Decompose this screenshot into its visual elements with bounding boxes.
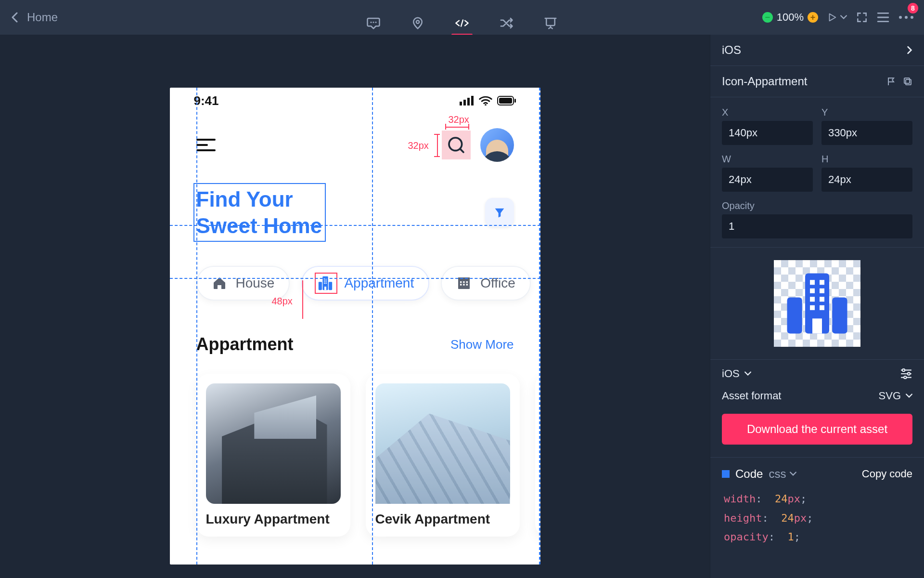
svg-rect-14 xyxy=(471,96,474,105)
zoom-in-button[interactable]: + xyxy=(808,12,818,23)
y-field[interactable]: 330px xyxy=(821,121,912,145)
breadcrumb[interactable]: Home xyxy=(27,11,58,24)
h-field[interactable]: 24px xyxy=(821,168,912,192)
avatar[interactable] xyxy=(480,128,514,162)
card-title: Luxury Appartment xyxy=(206,504,341,527)
svg-rect-31 xyxy=(458,277,470,279)
shuffle-icon[interactable] xyxy=(499,12,514,35)
show-more-link[interactable]: Show More xyxy=(450,337,514,352)
copy-icon[interactable] xyxy=(903,77,912,86)
section-title: Appartment xyxy=(196,334,294,355)
svg-rect-29 xyxy=(324,287,326,290)
svg-rect-11 xyxy=(460,102,462,105)
page-title[interactable]: Find Your Sweet Home xyxy=(196,186,322,239)
code-view-icon[interactable] xyxy=(454,12,470,35)
listing-card[interactable]: Cevik Appartment xyxy=(366,374,520,537)
asset-platform-select[interactable]: iOS xyxy=(722,368,751,380)
hero-line-2: Sweet Home xyxy=(196,212,322,239)
svg-rect-32 xyxy=(460,281,462,283)
chip-label: Appartment xyxy=(344,276,414,291)
svg-point-15 xyxy=(485,104,487,105)
svg-point-2 xyxy=(375,22,377,23)
selected-element-name: Icon-Appartment xyxy=(722,75,807,88)
card-list[interactable]: Luxury Appartment Cevik Appartment Ce xyxy=(170,355,540,537)
download-asset-button[interactable]: Download the current asset xyxy=(722,414,912,445)
chip-label: Office xyxy=(480,276,515,291)
card-title: Cevik Appartment xyxy=(375,504,510,527)
sliders-icon[interactable] xyxy=(900,368,912,379)
y-label: Y xyxy=(821,107,912,118)
zoom-controls: − 100% + xyxy=(762,11,818,24)
fullscreen-icon[interactable] xyxy=(856,6,868,29)
listing-card[interactable]: Ce xyxy=(535,374,540,537)
code-label: Code xyxy=(735,467,763,481)
card-image xyxy=(375,383,510,504)
filter-button[interactable] xyxy=(485,198,514,227)
svg-rect-33 xyxy=(463,281,464,283)
code-block[interactable]: width: 24px; height: 24px; opacity: 1; xyxy=(710,486,924,560)
svg-point-1 xyxy=(373,22,374,23)
svg-rect-21 xyxy=(319,282,322,290)
svg-rect-35 xyxy=(460,284,462,285)
play-button[interactable] xyxy=(827,12,847,23)
svg-rect-26 xyxy=(326,280,327,281)
category-row: House Appartment Office xyxy=(170,239,540,301)
svg-rect-24 xyxy=(326,278,327,279)
zoom-percent[interactable]: 100% xyxy=(777,11,804,24)
svg-point-4 xyxy=(899,16,902,19)
opacity-field[interactable]: 1 xyxy=(722,214,912,238)
office-icon xyxy=(456,276,472,291)
svg-rect-41 xyxy=(787,298,802,334)
chip-label: House xyxy=(236,276,275,291)
asset-format-value: SVG xyxy=(879,390,901,402)
menu-icon[interactable] xyxy=(877,6,889,29)
hero-line-1: Find Your xyxy=(196,186,322,212)
svg-point-5 xyxy=(905,16,908,19)
appartment-icon xyxy=(317,275,334,291)
chevron-right-icon xyxy=(907,46,912,54)
svg-rect-12 xyxy=(463,100,466,105)
dim-height-label: 32px xyxy=(408,140,429,151)
comment-icon[interactable] xyxy=(366,12,381,35)
asset-format-select[interactable]: SVG xyxy=(879,390,912,402)
dim-48-label: 48px xyxy=(272,296,293,307)
notification-badge: 8 xyxy=(908,3,918,13)
svg-rect-43 xyxy=(810,280,815,285)
platform-label: iOS xyxy=(722,43,741,57)
svg-rect-38 xyxy=(906,79,911,85)
artboard[interactable]: 9:41 32px 32px xyxy=(170,88,540,565)
hamburger-menu-icon[interactable] xyxy=(196,139,216,151)
zoom-out-button[interactable]: − xyxy=(762,12,773,23)
svg-point-0 xyxy=(371,22,372,23)
appartment-icon xyxy=(781,267,853,340)
svg-rect-34 xyxy=(466,281,468,283)
svg-rect-39 xyxy=(904,78,910,83)
x-label: X xyxy=(722,107,813,118)
svg-point-54 xyxy=(904,376,906,379)
svg-point-53 xyxy=(908,372,910,375)
category-chip-appartment[interactable]: Appartment xyxy=(301,266,429,301)
status-time: 9:41 xyxy=(194,93,219,108)
x-field[interactable]: 140px xyxy=(722,121,813,145)
svg-rect-37 xyxy=(466,284,468,285)
flag-icon[interactable] xyxy=(886,77,896,86)
more-icon[interactable]: 8 xyxy=(898,6,914,29)
listing-card[interactable]: Luxury Appartment xyxy=(196,374,350,537)
copy-code-button[interactable]: Copy code xyxy=(862,468,912,480)
search-icon[interactable] xyxy=(442,131,471,159)
back-button[interactable] xyxy=(10,13,19,22)
code-lang-select[interactable]: css xyxy=(769,467,796,481)
dim-width-label: 32px xyxy=(449,114,469,125)
platform-selector[interactable]: iOS xyxy=(710,35,924,66)
w-field[interactable]: 24px xyxy=(722,168,813,192)
code-color-swatch xyxy=(722,470,730,478)
svg-rect-44 xyxy=(820,280,824,285)
svg-rect-36 xyxy=(463,284,464,285)
location-pin-icon[interactable] xyxy=(410,12,425,35)
presentation-icon[interactable] xyxy=(543,12,558,35)
category-chip-office[interactable]: Office xyxy=(441,266,531,301)
canvas[interactable]: 9:41 32px 32px xyxy=(0,35,710,578)
svg-rect-22 xyxy=(329,282,333,290)
inspector-panel: iOS Icon-Appartment X 140px Y 330px W 24… xyxy=(710,35,924,578)
svg-rect-45 xyxy=(810,289,815,293)
